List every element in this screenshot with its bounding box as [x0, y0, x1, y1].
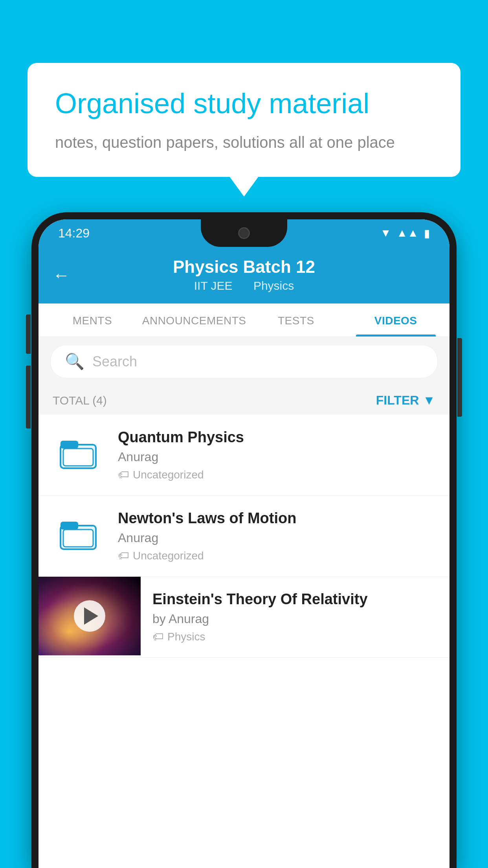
header-subtitle: IIT JEE Physics	[54, 279, 434, 292]
header-title: Physics Batch 12	[54, 257, 434, 277]
video-tag-2: 🏷 Uncategorized	[118, 549, 435, 562]
speech-bubble-wrapper: Organised study material notes, question…	[28, 63, 460, 177]
video-author-3: by Anurag	[152, 612, 438, 626]
video-thumb-1	[53, 430, 104, 481]
filter-label: FILTER	[376, 393, 419, 408]
tag-icon-1: 🏷	[118, 468, 129, 481]
svg-rect-1	[61, 441, 78, 449]
svg-rect-4	[61, 522, 78, 530]
video-thumb-2	[53, 511, 104, 562]
video-author-2: Anurag	[118, 531, 435, 545]
side-btn-power	[457, 338, 462, 417]
video-author-1: Anurag	[118, 450, 435, 464]
video-thumbnail-3	[39, 577, 141, 655]
phone-notch	[201, 219, 287, 247]
video-title-1: Quantum Physics	[118, 429, 435, 446]
battery-icon: ▮	[424, 227, 430, 240]
total-label: TOTAL (4)	[53, 394, 107, 407]
tab-bar: MENTS ANNOUNCEMENTS TESTS VIDEOS	[39, 303, 449, 337]
tab-announcements[interactable]: ANNOUNCEMENTS	[142, 303, 246, 337]
signal-icon: ▲▲	[397, 227, 418, 239]
tag-icon-3: 🏷	[152, 630, 163, 643]
tab-videos[interactable]: VIDEOS	[346, 303, 446, 337]
status-time: 14:29	[58, 226, 90, 241]
play-button[interactable]	[74, 600, 105, 632]
search-placeholder: Search	[92, 353, 137, 370]
tag-label-3: Physics	[167, 631, 205, 643]
tab-tests[interactable]: TESTS	[246, 303, 346, 337]
side-btn-volume-up	[26, 314, 31, 354]
video-title-3: Einstein's Theory Of Relativity	[152, 591, 438, 608]
video-list: Quantum Physics Anurag 🏷 Uncategorized	[39, 415, 449, 658]
phone-frame: 14:29 ▼ ▲▲ ▮ ← Physics Batch 12 IIT JEE …	[31, 212, 457, 868]
filter-row: TOTAL (4) FILTER ▼	[39, 386, 449, 415]
video-info-2: Newton's Laws of Motion Anurag 🏷 Uncateg…	[118, 510, 435, 562]
status-icons: ▼ ▲▲ ▮	[380, 227, 430, 240]
search-bar-wrapper: 🔍 Search	[39, 337, 449, 386]
bubble-title: Organised study material	[55, 86, 433, 120]
list-item[interactable]: Quantum Physics Anurag 🏷 Uncategorized	[39, 415, 449, 496]
video-info-3: Einstein's Theory Of Relativity by Anura…	[141, 577, 449, 657]
video-tag-3: 🏷 Physics	[152, 630, 438, 643]
filter-button[interactable]: FILTER ▼	[376, 393, 435, 408]
video-info-1: Quantum Physics Anurag 🏷 Uncategorized	[118, 429, 435, 481]
tag-icon-2: 🏷	[118, 549, 129, 562]
wifi-icon: ▼	[380, 227, 391, 239]
tab-ments[interactable]: MENTS	[42, 303, 142, 337]
list-item[interactable]: Einstein's Theory Of Relativity by Anura…	[39, 577, 449, 658]
play-triangle-icon	[84, 607, 98, 625]
subtitle-physics: Physics	[253, 279, 294, 292]
svg-rect-2	[63, 449, 93, 466]
app-header: ← Physics Batch 12 IIT JEE Physics	[39, 247, 449, 303]
tag-label-2: Uncategorized	[133, 550, 204, 562]
phone-screen: 14:29 ▼ ▲▲ ▮ ← Physics Batch 12 IIT JEE …	[39, 219, 449, 868]
side-btn-volume-down	[26, 366, 31, 428]
folder-icon	[59, 433, 98, 478]
video-tag-1: 🏷 Uncategorized	[118, 468, 435, 481]
filter-icon: ▼	[423, 393, 435, 408]
tag-label-1: Uncategorized	[133, 469, 204, 481]
speech-bubble: Organised study material notes, question…	[28, 63, 460, 177]
front-camera	[238, 227, 250, 239]
list-item[interactable]: Newton's Laws of Motion Anurag 🏷 Uncateg…	[39, 496, 449, 577]
search-icon: 🔍	[65, 352, 84, 371]
svg-rect-5	[63, 530, 93, 547]
video-title-2: Newton's Laws of Motion	[118, 510, 435, 527]
back-button[interactable]: ←	[53, 265, 70, 285]
bubble-subtitle: notes, question papers, solutions all at…	[55, 131, 433, 153]
search-bar[interactable]: 🔍 Search	[50, 345, 438, 378]
subtitle-iit: IIT JEE	[194, 279, 233, 292]
folder-icon	[59, 514, 98, 559]
